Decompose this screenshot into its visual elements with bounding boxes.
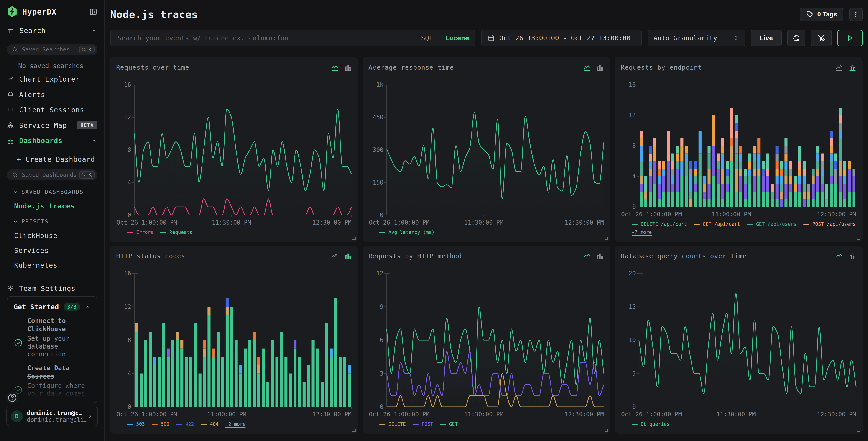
collapse-sidebar-icon[interactable] (89, 8, 97, 16)
bar-chart-mode-icon[interactable] (344, 63, 352, 71)
svg-text:8: 8 (127, 146, 131, 153)
legend-item[interactable]: POST (412, 421, 433, 427)
sidebar-section-search[interactable]: Search (0, 24, 104, 37)
granularity-select[interactable]: Auto Granularity (648, 30, 745, 47)
help-icon[interactable] (6, 391, 19, 404)
line-chart-mode-icon[interactable] (835, 252, 843, 260)
legend-item[interactable]: GET (440, 421, 458, 427)
sidebar-item-nodejs-traces[interactable]: Node.js traces (0, 195, 104, 210)
sidebar-item-chart-explorer[interactable]: Chart Explorer (0, 71, 104, 87)
svg-text:11:30:00 PM: 11:30:00 PM (464, 411, 503, 418)
live-button[interactable]: Live (751, 30, 782, 47)
legend-item[interactable]: Db queries (632, 421, 670, 427)
legend-item[interactable]: 503 (127, 421, 145, 427)
legend-item[interactable]: Errors (127, 230, 153, 235)
chart-panel: Requests by endpoint 0481216Oct 26 1:00:… (615, 57, 863, 242)
sidebar-item-team-settings[interactable]: Team Settings (0, 281, 104, 296)
legend-item[interactable]: GET /api/cart (693, 222, 740, 227)
svg-text:450: 450 (373, 114, 383, 121)
resize-handle[interactable] (605, 429, 608, 432)
run-query-button[interactable] (837, 30, 863, 47)
line-chart-mode-icon[interactable] (583, 252, 591, 260)
legend-item[interactable]: Requests (160, 230, 192, 235)
legend-item[interactable]: Avg latency (ms) (379, 230, 434, 235)
bar-chart-mode-icon[interactable] (596, 252, 604, 260)
bar-chart-mode-icon[interactable] (848, 252, 857, 260)
legend-item[interactable]: 404 (201, 421, 219, 427)
chevron-up-icon[interactable] (84, 304, 91, 310)
sidebar-item-service-map[interactable]: Service Map BETA (0, 118, 104, 133)
bar-chart-mode-icon[interactable] (848, 63, 857, 71)
event-search-input[interactable]: Search your events w/ Lucene ex. column:… (110, 30, 475, 47)
chart-plot[interactable]: 0481216Oct 26 1:00:00 PM11:00:00 PM12:30… (116, 260, 352, 419)
resize-handle[interactable] (605, 237, 608, 240)
line-chart-mode-icon[interactable] (331, 63, 339, 71)
date-range-input[interactable]: Oct 26 13:00:00 - Oct 27 13:00:00 (481, 30, 642, 47)
user-card[interactable]: D dominic.tran@c… dominic.tran@cli… (6, 407, 98, 426)
get-started-progress-badge: 3/3 (64, 303, 81, 311)
svg-text:300: 300 (373, 146, 383, 153)
sidebar-item-clickhouse[interactable]: ClickHouse (0, 225, 104, 240)
saved-dashboards-input[interactable]: Saved Dashboards ⌘ K (7, 169, 97, 181)
legend-label: 404 (210, 421, 219, 427)
legend-item[interactable]: POST /api/users (803, 222, 856, 227)
svg-text:0: 0 (127, 404, 131, 410)
chart-plot[interactable]: 036912Oct 26 1:00:00 PM11:30:00 PM12:30:… (368, 260, 604, 419)
legend-more-link[interactable]: +7 more (632, 230, 652, 235)
chart-plot[interactable]: 0481216Oct 26 1:00:00 PM11:00:00 PM12:30… (621, 71, 857, 219)
svg-text:11:30:00 PM: 11:30:00 PM (716, 411, 755, 418)
bar-chart-mode-icon[interactable] (344, 252, 352, 260)
legend-item[interactable]: GET /api/users (747, 222, 797, 227)
chevron-up-icon[interactable] (91, 27, 97, 34)
chart-title: Requests over time (116, 61, 331, 71)
kebab-menu-button[interactable] (849, 8, 863, 21)
brand-name: HyperDX (22, 7, 89, 17)
line-chart-mode-icon[interactable] (583, 63, 591, 71)
chart-title: Requests by HTTP method (368, 250, 583, 260)
bar-chart-mode-icon[interactable] (596, 63, 604, 71)
tags-button[interactable]: 0 Tags (800, 8, 843, 21)
sidebar-item-alerts[interactable]: Alerts (0, 87, 104, 102)
sql-option[interactable]: SQL (421, 34, 433, 42)
sidebar-item-label: Dashboards (19, 137, 91, 145)
chart-plot[interactable]: 05101520Oct 26 1:00:00 PM11:30:00 PM12:3… (621, 260, 857, 419)
lucene-option[interactable]: Lucene (445, 34, 469, 42)
legend-more-link[interactable]: +2 more (225, 421, 246, 427)
user-name: dominic.tran@c… (27, 409, 83, 416)
legend-item[interactable]: DELETE /api/cart (632, 222, 687, 227)
line-chart-mode-icon[interactable] (835, 63, 843, 71)
panel-header: HTTP status codes (116, 250, 352, 260)
filter-button[interactable] (811, 30, 832, 47)
query-language-toggle[interactable]: SQL | Lucene (421, 34, 469, 42)
sidebar-item-label: Chart Explorer (19, 75, 97, 83)
chevron-right-icon (87, 413, 93, 420)
toolbar: Search your events w/ Lucene ex. column:… (110, 30, 863, 47)
sidebar-bottom-spacer (0, 426, 104, 441)
line-chart-mode-icon[interactable] (331, 252, 339, 260)
saved-searches-input[interactable]: Saved Searches ⌘ K (7, 44, 97, 55)
tags-button-label: 0 Tags (817, 11, 837, 18)
resize-handle[interactable] (857, 237, 860, 240)
saved-dashboards-header[interactable]: SAVED DASHBOARDS (0, 180, 104, 195)
chart-plot[interactable]: 01503004501kOct 26 1:00:00 PM11:30:00 PM… (368, 71, 604, 228)
sidebar-item-client-sessions[interactable]: Client Sessions (0, 102, 104, 118)
refresh-button[interactable] (787, 30, 805, 47)
sidebar-item-label: Service Map (19, 121, 77, 129)
legend-item[interactable]: DELETE (379, 421, 406, 427)
svg-text:12: 12 (124, 114, 131, 121)
presets-header[interactable]: PRESETS (0, 210, 104, 225)
resize-handle[interactable] (857, 429, 860, 432)
sidebar-item-kubernetes[interactable]: Kubernetes (0, 255, 104, 269)
chevron-up-icon[interactable] (91, 138, 97, 144)
get-started-item[interactable]: Connect to ClickHouse Set up your databa… (14, 317, 91, 358)
sidebar-item-services[interactable]: Services (0, 240, 104, 255)
resize-handle[interactable] (352, 429, 356, 432)
chart-plot[interactable]: 0481216Oct 26 1:00:00 PM11:30:00 PM12:30… (116, 71, 352, 228)
legend-item[interactable]: 422 (176, 421, 194, 427)
svg-text:12:30:00 PM: 12:30:00 PM (817, 411, 856, 418)
create-dashboard-button[interactable]: + Create Dashboard (0, 149, 104, 163)
legend-item[interactable]: 500 (152, 421, 169, 427)
resize-handle[interactable] (352, 237, 356, 240)
chart-panel: Database query counts over time 05101520… (615, 245, 863, 434)
sidebar-item-dashboards[interactable]: Dashboards (0, 133, 104, 149)
